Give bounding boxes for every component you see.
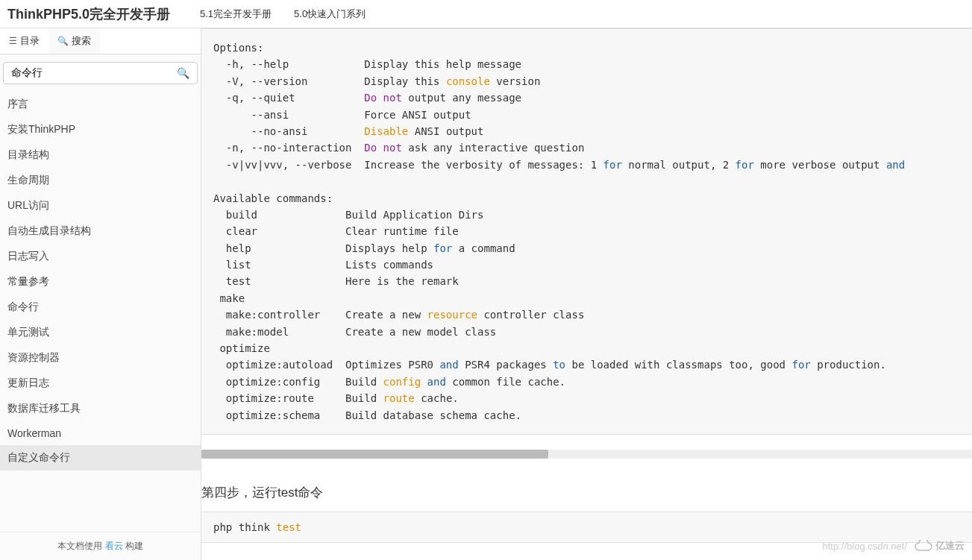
code-run-cmd: test [276, 521, 301, 533]
scrollbar-thumb[interactable] [201, 450, 548, 459]
code-block-options: Options: -h, --help Display this help me… [201, 28, 972, 435]
tab-toc[interactable]: ☰ 目录 [0, 28, 48, 54]
search-box: 🔍 [0, 54, 201, 92]
step4-heading: 第四步，运行test命令 [201, 474, 972, 512]
sidebar: ☰ 目录 🔍 搜索 🔍 序言安装ThinkPHP目录结构生命周期URL访问自动生… [0, 28, 201, 560]
header-bar: ThinkPHP5.0完全开发手册 5.1完全开发手册 5.0快速入门系列 [0, 0, 972, 28]
nav-item[interactable]: 更新日志 [0, 371, 201, 396]
search-icon-input[interactable]: 🔍 [177, 67, 189, 79]
nav-item[interactable]: 安装ThinkPHP [0, 117, 201, 142]
code-run-prefix: php think [213, 521, 276, 533]
footer-suffix: 构建 [123, 541, 143, 551]
nav-item[interactable]: 命令行 [0, 295, 201, 320]
list-icon: ☰ [9, 36, 17, 46]
nav-item[interactable]: 资源控制器 [0, 345, 201, 371]
search-input[interactable] [11, 67, 177, 79]
nav-item[interactable]: 单元测试 [0, 320, 201, 345]
nav-item[interactable]: 生命周期 [0, 168, 201, 193]
doc-title: ThinkPHP5.0完全开发手册 [7, 5, 170, 23]
header-link-2[interactable]: 5.0快速入门系列 [294, 7, 366, 21]
sidebar-tabs: ☰ 目录 🔍 搜索 [0, 28, 201, 54]
tab-toc-label: 目录 [20, 34, 40, 48]
nav-item[interactable]: 日志写入 [0, 244, 201, 269]
nav-item[interactable]: 数据库迁移工具 [0, 396, 201, 421]
nav-item[interactable]: 自动生成目录结构 [0, 218, 201, 244]
tab-search[interactable]: 🔍 搜索 [48, 28, 100, 54]
horizontal-scrollbar[interactable] [201, 450, 972, 459]
search-icon: 🔍 [57, 36, 69, 46]
main-content: Options: -h, --help Display this help me… [201, 28, 972, 560]
footer-link[interactable]: 看云 [105, 541, 123, 551]
code-block-run: php think test [201, 512, 972, 543]
nav-item[interactable]: 序言 [0, 92, 201, 117]
sidebar-footer: 本文档使用 看云 构建 [0, 532, 201, 560]
header-link-1[interactable]: 5.1完全开发手册 [200, 7, 272, 21]
nav-item[interactable]: 自定义命令行 [0, 445, 201, 471]
tab-search-label: 搜索 [72, 34, 91, 48]
nav-item[interactable]: 常量参考 [0, 269, 201, 295]
nav-item[interactable]: Workerman [0, 421, 201, 445]
nav-list: 序言安装ThinkPHP目录结构生命周期URL访问自动生成目录结构日志写入常量参… [0, 92, 201, 532]
footer-prefix: 本文档使用 [57, 541, 104, 551]
nav-item[interactable]: URL访问 [0, 193, 201, 218]
nav-item[interactable]: 目录结构 [0, 142, 201, 168]
